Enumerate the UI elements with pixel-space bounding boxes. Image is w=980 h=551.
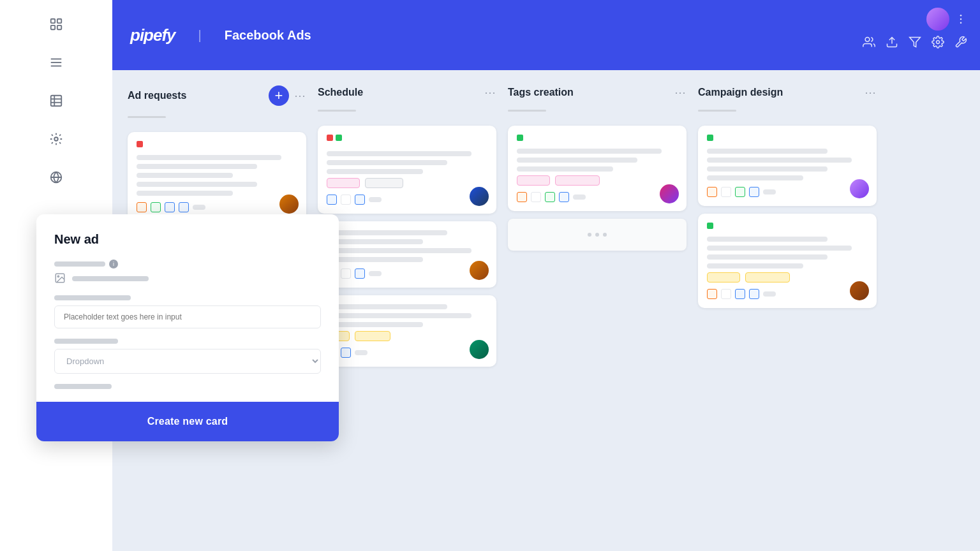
card-count	[763, 189, 776, 195]
card-line	[137, 173, 233, 178]
people-icon[interactable]	[863, 36, 875, 48]
add-card-button[interactable]: +	[269, 85, 289, 106]
card-line	[137, 155, 281, 160]
card-line	[707, 149, 828, 154]
card-line	[517, 158, 637, 163]
card	[318, 126, 496, 214]
card-line	[707, 254, 828, 260]
avatar[interactable]	[926, 8, 949, 31]
card-icon	[735, 289, 745, 299]
card-line	[327, 169, 423, 174]
column-tags-creation: Tags creation ⋯	[508, 85, 687, 551]
wrench-icon[interactable]	[954, 36, 967, 48]
card-icon	[355, 195, 365, 205]
sidebar-item-table[interactable]	[45, 89, 68, 112]
card-avatar	[470, 340, 489, 359]
card-line	[707, 246, 852, 251]
card-avatar	[470, 187, 489, 206]
svg-rect-3	[57, 26, 61, 29]
card-line	[707, 175, 803, 180]
card-icon	[341, 348, 351, 358]
sidebar-item-global[interactable]	[45, 166, 68, 189]
card-icons	[327, 268, 487, 279]
column-underline	[698, 110, 736, 112]
card-icon	[341, 268, 351, 279]
card-tag	[355, 331, 390, 341]
card-avatar	[279, 195, 299, 214]
filter-icon[interactable]	[909, 36, 921, 48]
sidebar-item-home[interactable]	[45, 13, 68, 36]
form-field-1: i	[54, 260, 321, 285]
modal-footer: Create new card	[36, 402, 339, 441]
card-line	[327, 322, 423, 327]
settings-icon[interactable]	[932, 36, 944, 48]
create-card-button[interactable]: Create new card	[36, 402, 339, 441]
column-header-ad-requests: Ad requests + ⋯	[128, 85, 306, 106]
column-underline	[318, 110, 356, 112]
card-icon	[531, 192, 541, 202]
card-line	[707, 237, 828, 242]
card-dot-red	[327, 135, 333, 141]
svg-point-13	[960, 15, 962, 17]
card-avatar	[660, 184, 679, 203]
card-icon	[545, 192, 555, 202]
card-icon	[707, 289, 717, 299]
form-field-3: Dropdown	[54, 339, 321, 374]
card-line	[327, 304, 447, 309]
header-right	[863, 0, 967, 56]
card-icon	[559, 192, 569, 202]
card-icon-cycle	[179, 202, 189, 212]
card-icon	[355, 268, 365, 279]
svg-point-18	[937, 41, 940, 44]
column-header-campaign: Campaign design ⋯	[698, 85, 877, 99]
svg-rect-2	[51, 26, 55, 29]
card-count	[369, 197, 382, 202]
sidebar-item-list[interactable]	[45, 51, 68, 74]
card-icon	[749, 187, 759, 197]
svg-rect-7	[51, 96, 62, 107]
column-menu-icon[interactable]: ⋯	[674, 85, 687, 99]
card-line	[517, 166, 613, 172]
loading-dot	[595, 233, 599, 237]
card-status-dot	[137, 141, 143, 147]
export-icon[interactable]	[886, 36, 898, 48]
field3-select[interactable]: Dropdown	[54, 349, 321, 374]
attach-row	[54, 272, 321, 285]
column-menu-icon[interactable]: ⋯	[865, 85, 877, 99]
card-avatar	[470, 261, 489, 280]
column-menu-icon[interactable]: ⋯	[484, 85, 496, 99]
card	[318, 221, 496, 288]
card-avatar	[850, 179, 869, 198]
card-line	[327, 230, 447, 235]
column-underline	[508, 110, 546, 112]
svg-point-15	[960, 22, 962, 24]
loading-dot	[588, 233, 591, 237]
field2-input[interactable]	[54, 305, 321, 328]
header-divider: |	[198, 28, 202, 43]
card	[698, 214, 877, 308]
new-card-modal: New ad i	[36, 214, 339, 441]
column-schedule: Schedule ⋯	[318, 85, 496, 551]
info-icon[interactable]: i	[109, 260, 118, 268]
attach-icon	[54, 272, 67, 285]
column-title-schedule: Schedule	[318, 87, 479, 98]
svg-point-20	[57, 276, 59, 277]
field-label-skeleton	[54, 261, 105, 267]
sidebar-item-automation[interactable]	[45, 128, 68, 151]
card-tag-pink	[517, 175, 550, 186]
card-line	[707, 158, 852, 163]
column-menu-icon[interactable]: ⋯	[294, 89, 306, 103]
more-vertical-icon[interactable]	[954, 13, 967, 26]
logo: pipefy	[130, 26, 175, 45]
card-tag	[365, 178, 403, 188]
card-icon	[721, 289, 731, 299]
card-tag-yellow	[745, 272, 790, 283]
card-line	[137, 182, 257, 187]
card-line	[327, 257, 423, 262]
column-header-tags: Tags creation ⋯	[508, 85, 687, 99]
card-icons	[327, 348, 487, 358]
card-tag-pink	[555, 175, 600, 186]
card	[318, 295, 496, 367]
card-status-dot	[517, 135, 523, 141]
card-status-dot	[707, 135, 713, 141]
